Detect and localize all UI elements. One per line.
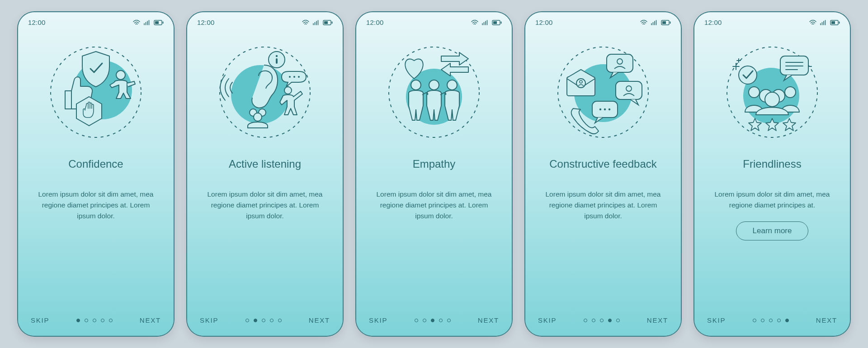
wifi-icon (133, 20, 140, 25)
svg-point-15 (293, 76, 295, 78)
skip-button[interactable]: SKIP (31, 316, 49, 324)
page-dot[interactable] (592, 319, 595, 322)
page-dot[interactable] (785, 319, 789, 322)
svg-rect-8 (324, 21, 328, 24)
status-indicators (809, 20, 840, 25)
page-dot[interactable] (439, 319, 443, 322)
page-dot[interactable] (769, 319, 773, 322)
confidence-icon (42, 38, 150, 146)
page-dot[interactable] (761, 319, 764, 322)
skip-button[interactable]: SKIP (538, 316, 557, 324)
empathy-icon (380, 38, 488, 146)
signal-icon (651, 20, 657, 25)
content-area: Active listening Lorem ipsum dolor sit d… (187, 146, 343, 316)
content-area: Empathy Lorem ipsum dolor sit dim amet, … (356, 146, 512, 316)
status-time: 12:00 (704, 19, 722, 26)
wifi-icon (302, 20, 309, 25)
status-time: 12:00 (197, 19, 215, 26)
battery-icon (661, 20, 671, 25)
next-button[interactable]: NEXT (309, 316, 330, 324)
next-button[interactable]: NEXT (647, 316, 668, 324)
status-bar: 12:00 (525, 12, 681, 30)
svg-rect-47 (831, 21, 835, 24)
skip-button[interactable]: SKIP (369, 316, 387, 324)
page-dot[interactable] (753, 319, 756, 322)
signal-icon (820, 20, 826, 25)
svg-rect-2 (155, 21, 159, 24)
illustration-area (525, 30, 681, 146)
page-dot[interactable] (93, 319, 96, 322)
battery-icon (323, 20, 333, 25)
content-area: Friendliness Lorem ipsum dolor sit dim a… (694, 146, 850, 316)
page-dot[interactable] (608, 319, 612, 322)
page-dot[interactable] (423, 319, 426, 322)
page-dot[interactable] (76, 319, 80, 322)
page-dot[interactable] (584, 319, 587, 322)
svg-point-16 (298, 76, 300, 78)
page-dot[interactable] (777, 319, 781, 322)
svg-rect-22 (501, 21, 502, 24)
svg-rect-46 (839, 21, 840, 24)
status-bar: 12:00 (694, 12, 850, 30)
nav-bar: SKIP NEXT (18, 316, 174, 336)
screen-title: Friendliness (743, 150, 801, 178)
page-dot[interactable] (270, 319, 274, 322)
svg-point-50 (739, 66, 757, 84)
status-indicators (133, 20, 164, 25)
page-dot[interactable] (431, 319, 434, 322)
svg-point-28 (447, 80, 457, 90)
screen-title: Confidence (68, 150, 123, 178)
page-dot[interactable] (262, 319, 265, 322)
svg-rect-13 (276, 58, 278, 64)
screen-title: Constructive feedback (549, 150, 656, 178)
svg-point-17 (284, 87, 292, 94)
content-area: Constructive feedback Lorem ipsum dolor … (525, 146, 681, 316)
onboarding-screen-empathy: 12:00 (356, 12, 512, 336)
status-time: 12:00 (28, 19, 46, 26)
signal-icon (482, 20, 488, 25)
page-dot[interactable] (278, 319, 282, 322)
svg-point-43 (604, 108, 606, 110)
svg-rect-23 (493, 21, 497, 24)
nav-bar: SKIP NEXT (694, 316, 850, 336)
content-area: Confidence Lorem ipsum dolor sit dim ame… (18, 146, 174, 316)
page-dot[interactable] (109, 319, 113, 322)
active-listening-icon (211, 38, 319, 146)
page-dots (218, 319, 308, 322)
svg-point-55 (749, 87, 760, 98)
page-dot[interactable] (245, 319, 249, 322)
next-button[interactable]: NEXT (816, 316, 837, 324)
svg-point-42 (599, 108, 601, 110)
wifi-icon (640, 20, 647, 25)
svg-rect-7 (332, 21, 333, 24)
screen-title: Active listening (229, 150, 301, 178)
page-dot[interactable] (616, 319, 620, 322)
page-dots (726, 319, 816, 322)
learn-more-button[interactable]: Learn more (736, 221, 809, 240)
screen-body: Lorem ipsum dolor sit dim amet, mea regi… (370, 189, 498, 221)
page-dot[interactable] (600, 319, 604, 322)
next-button[interactable]: NEXT (478, 316, 499, 324)
friendliness-icon (718, 38, 826, 146)
status-bar: 12:00 (18, 12, 174, 30)
screen-body: Lorem ipsum dolor sit dim amet, mea regi… (32, 189, 160, 221)
page-dot[interactable] (254, 319, 257, 322)
onboarding-screen-constructive-feedback: 12:00 (525, 12, 681, 336)
skip-button[interactable]: SKIP (200, 316, 218, 324)
svg-rect-1 (163, 21, 164, 24)
screen-body: Lorem ipsum dolor sit dim amet, mea regi… (708, 189, 836, 211)
page-dot[interactable] (415, 319, 418, 322)
status-indicators (471, 20, 502, 25)
onboarding-screen-confidence: 12:00 (18, 12, 174, 336)
svg-point-56 (785, 87, 796, 98)
svg-rect-30 (670, 21, 671, 24)
next-button[interactable]: NEXT (140, 316, 161, 324)
svg-point-59 (765, 92, 779, 107)
page-dot[interactable] (101, 319, 104, 322)
svg-point-12 (276, 55, 278, 57)
page-dots (387, 319, 477, 322)
status-bar: 12:00 (356, 12, 512, 30)
page-dot[interactable] (447, 319, 451, 322)
page-dot[interactable] (85, 319, 88, 322)
skip-button[interactable]: SKIP (707, 316, 726, 324)
